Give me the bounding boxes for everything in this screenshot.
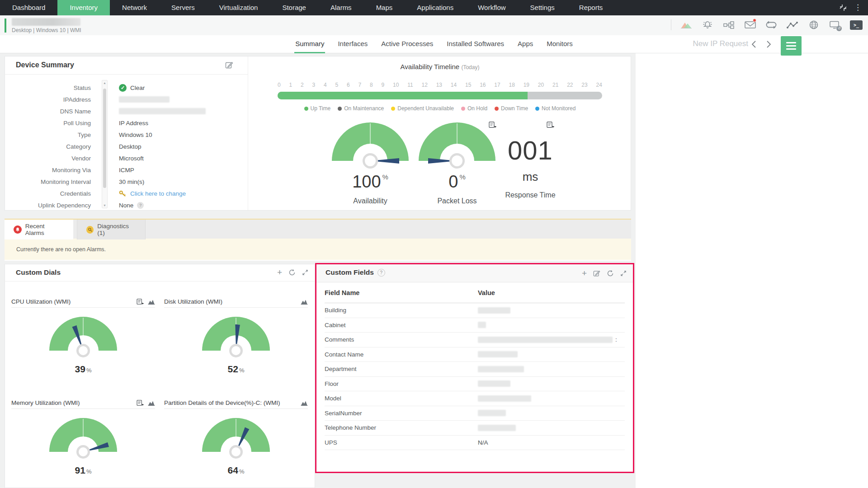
view-chart-icon[interactable]	[301, 299, 308, 305]
legend-dot-maintenance	[338, 107, 342, 111]
chevron-right-icon[interactable]	[763, 39, 774, 50]
summary-row-monitoring-interval: Monitoring Interval 30 min(s)	[5, 176, 248, 188]
sparkline-icon[interactable]	[786, 19, 799, 31]
nav-item-workflow[interactable]: Workflow	[466, 0, 518, 15]
custom-dials-title: Custom Dials	[16, 268, 61, 277]
field-row-serialnumber: SerialNumber	[325, 406, 625, 421]
kebab-menu-icon[interactable]: ⋮	[854, 0, 862, 15]
remote-refresh-glyph: ↺	[836, 26, 842, 31]
nav-item-inventory[interactable]: Inventory	[57, 0, 110, 15]
summary-row-vendor: Vendor Microsoft	[5, 152, 248, 164]
tab-apps[interactable]: Apps	[517, 35, 534, 53]
scroll-down-icon[interactable]: ▼	[102, 204, 107, 207]
field-row-telephone-number: Telephone Number	[325, 421, 625, 436]
expand-icon[interactable]	[620, 270, 627, 277]
nav-item-network[interactable]: Network	[110, 0, 159, 15]
value-redacted	[478, 337, 613, 343]
value-redacted	[478, 307, 510, 314]
performance-chart-icon[interactable]	[680, 19, 693, 31]
menu-button[interactable]	[781, 36, 802, 56]
nav-item-maps[interactable]: Maps	[364, 0, 405, 15]
summary-row-pollusing: Poll Using IP Address	[5, 117, 248, 129]
dial-partition-details: Partition Details of the Device(%)-C: (W…	[164, 397, 308, 476]
tab-monitors[interactable]: Monitors	[546, 35, 574, 53]
summary-row-dnsname: DNS Name	[5, 105, 248, 117]
scrollbar-thumb[interactable]	[103, 89, 106, 188]
value-redacted	[478, 380, 510, 387]
dial-title: Partition Details of the Device(%)-C: (W…	[164, 399, 280, 406]
help-icon[interactable]: ?	[377, 269, 385, 277]
threshold-settings-icon[interactable]	[137, 299, 144, 305]
alarms-tabstrip: Recent Alarms Diagnostics (1)	[5, 219, 631, 239]
dial-cpu-utilization: CPU Utilization (WMI)	[11, 296, 155, 375]
credentials-change-link[interactable]: Click here to change	[130, 190, 186, 197]
chevron-left-icon[interactable]	[750, 39, 760, 50]
value-redacted	[478, 410, 506, 416]
edit-fields-icon[interactable]	[593, 270, 600, 277]
gauge-hub	[363, 153, 378, 169]
nav-item-reports[interactable]: Reports	[567, 0, 615, 15]
terminal-icon[interactable]: >_	[850, 20, 863, 30]
tab-recent-alarms[interactable]: Recent Alarms	[5, 220, 73, 239]
value-redacted	[478, 425, 516, 431]
ipaddress-redacted	[119, 96, 170, 103]
refresh-icon[interactable]	[288, 269, 296, 276]
value-redacted	[478, 351, 518, 357]
threshold-settings-icon[interactable]	[547, 122, 555, 128]
view-chart-icon[interactable]	[148, 400, 155, 406]
response-time-unit: ms	[481, 170, 580, 184]
column-value: Value	[478, 289, 495, 296]
scroll-up-icon[interactable]: ▲	[102, 81, 107, 84]
view-chart-icon[interactable]	[148, 299, 155, 305]
value-redacted	[478, 322, 486, 328]
value-redacted	[478, 366, 524, 372]
dial-title: CPU Utilization (WMI)	[11, 298, 71, 305]
availability-gauge: 100% Availability	[321, 120, 420, 205]
tab-installed-softwares[interactable]: Installed Softwares	[446, 35, 505, 53]
workflow-topology-icon[interactable]	[722, 19, 735, 31]
tab-active-processes[interactable]: Active Processes	[380, 35, 434, 53]
alarm-bell-icon[interactable]	[701, 19, 714, 31]
custom-fields-table: Field Name Value Building Cabinet Commen…	[325, 282, 625, 450]
tab-summary[interactable]: Summary	[294, 35, 325, 53]
threshold-settings-icon[interactable]	[137, 400, 144, 406]
view-chart-icon[interactable]	[301, 400, 308, 406]
custom-fields-title: Custom Fields ?	[326, 268, 385, 277]
toolbar-separator	[671, 19, 671, 30]
nav-item-alarms[interactable]: Alarms	[318, 0, 364, 15]
custom-dials-panel: Custom Dials + CPU Utilizati	[5, 264, 315, 488]
mail-notification-dot	[753, 19, 756, 22]
edit-device-icon[interactable]	[225, 61, 233, 69]
nav-item-settings[interactable]: Settings	[518, 0, 567, 15]
add-field-icon[interactable]: +	[582, 269, 587, 278]
nav-item-virtualization[interactable]: Virtualization	[207, 0, 270, 15]
dial-disk-utilization: Disk Utilization (WMI) 52%	[164, 296, 308, 375]
nav-item-servers[interactable]: Servers	[159, 0, 207, 15]
field-row-model: Model	[325, 391, 625, 406]
nav-item-applications[interactable]: Applications	[405, 0, 466, 15]
tab-interfaces[interactable]: Interfaces	[337, 35, 368, 53]
field-row-building: Building	[325, 303, 625, 318]
globe-icon[interactable]	[807, 19, 820, 31]
dial-hub	[76, 344, 90, 357]
nav-item-dashboard[interactable]: Dashboard	[0, 0, 57, 15]
refresh-icon[interactable]	[607, 270, 614, 277]
uplink-info-icon[interactable]: ?	[137, 202, 144, 209]
remote-session-icon[interactable]: ↺	[829, 19, 841, 31]
nav-item-storage[interactable]: Storage	[270, 0, 318, 15]
collapse-icon[interactable]	[840, 4, 847, 11]
opmanager-app: Dashboard Inventory Network Servers Virt…	[0, 0, 868, 488]
add-dial-icon[interactable]: +	[277, 268, 282, 277]
tab-diagnostics[interactable]: Diagnostics (1)	[77, 220, 146, 239]
dnsname-redacted	[119, 108, 206, 114]
dial-memory-utilization: Memory Utilization (WMI)	[11, 397, 155, 476]
new-ip-request-label[interactable]: New IP Request	[693, 39, 748, 48]
mail-icon[interactable]	[744, 19, 756, 31]
field-row-floor: Floor	[325, 377, 625, 392]
device-summary-scrollbar[interactable]: ▲ ▼	[102, 80, 108, 208]
device-toolbar: ↺ >_	[671, 19, 863, 31]
summary-row-type: Type Windows 10	[5, 129, 248, 141]
field-row-ups: UPS N/A	[325, 436, 625, 450]
expand-icon[interactable]	[302, 269, 308, 276]
link-loop-icon[interactable]	[765, 19, 778, 31]
